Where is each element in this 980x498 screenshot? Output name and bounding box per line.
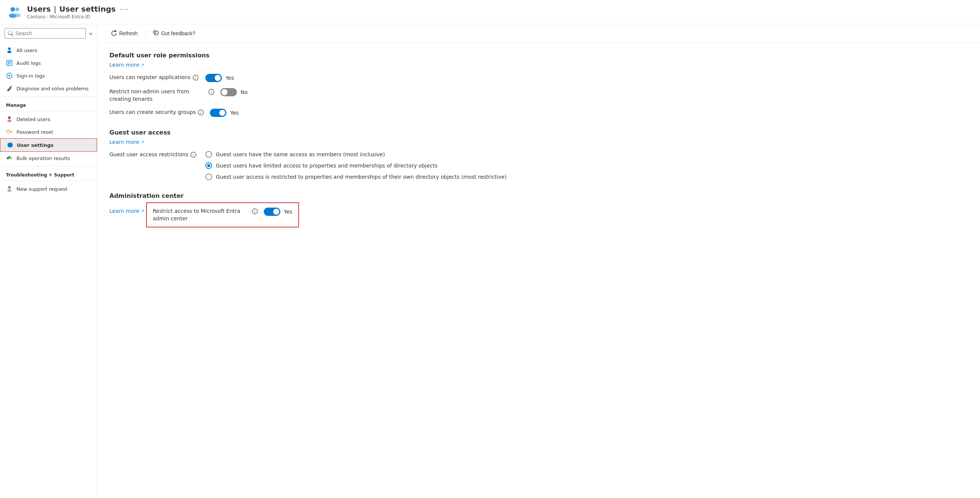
guest-access-radio-group: Guest users have the same access as memb… [205,151,507,180]
register-apps-toggle[interactable] [205,74,222,82]
setting-row-restrict-admin: Restrict access to Microsoft Entra admin… [153,208,293,222]
support-person-icon [6,186,13,192]
sidebar-label-bulk-ops: Bulk operation results [16,156,70,161]
restrict-admin-value: Yes [284,209,293,215]
restrict-tenants-toggle[interactable] [220,88,237,96]
section3-title: Administration center [110,192,968,199]
radio-outer-2 [205,162,212,169]
create-security-info-icon[interactable]: i [198,110,204,115]
sidebar-nav: All users Audit logs Sign-in logs Diagno… [0,42,97,197]
radio-outer-1 [205,151,212,158]
header-title-group: Users | User settings ··· Contoso - Micr… [27,5,129,19]
sidebar-divider-4 [0,181,97,181]
sidebar-item-diagnose[interactable]: Diagnose and solve problems [0,82,97,95]
signin-icon [6,72,13,79]
header-separator: | [54,5,56,13]
search-input[interactable] [15,30,83,37]
page-title: User settings [59,5,115,13]
users-icon [8,5,22,19]
restrict-admin-label: Restrict access to Microsoft Entra admin… [153,208,250,222]
sidebar-divider-3 [0,166,97,166]
external-link-icon-3: ↗ [141,209,144,213]
restrict-tenants-value: No [240,89,248,95]
toolbar-separator [145,29,145,38]
create-security-control: Yes [210,109,239,117]
refresh-button[interactable]: Refresh [107,28,142,38]
svg-text:i: i [211,90,212,94]
radio-option-limited-access[interactable]: Guest users have limited access to prope… [205,162,507,169]
refresh-label: Refresh [119,30,138,37]
person-icon [6,47,13,54]
troubleshoot-section-label: Troubleshooting + Support [0,168,97,179]
sidebar-item-user-settings[interactable]: User settings [0,138,97,152]
restrict-admin-info-icon[interactable]: i [252,208,258,214]
svg-point-0 [11,7,15,12]
register-apps-label: Users can register applications [110,74,190,81]
sidebar-item-password-reset[interactable]: Password reset [0,126,97,138]
svg-point-19 [10,157,12,159]
sidebar-item-signin-logs[interactable]: Sign-in logs [0,69,97,82]
section2-title: Guest user access [110,129,968,136]
section3-learn-more[interactable]: Learn more ↗ [110,208,144,214]
svg-text:i: i [254,210,255,213]
svg-point-20 [8,186,11,189]
wrench-icon [6,85,13,92]
app-subtitle: Contoso - Microsoft Entra ID [27,14,129,19]
settings-icon [6,142,13,148]
refresh-icon [111,30,117,37]
setting-row-guest-access: Guest user access restrictions i Guest u… [110,151,968,180]
radio-label-2: Guest users have limited access to prope… [216,162,438,169]
external-link-icon-2: ↗ [141,140,144,145]
radio-option-most-inclusive[interactable]: Guest users have the same access as memb… [205,151,507,158]
radio-label-1: Guest users have the same access as memb… [216,151,385,158]
main-content: Refresh Got feedback? Default user role … [97,24,980,498]
register-apps-info-icon[interactable]: i [192,75,199,81]
svg-point-13 [7,130,10,133]
restrict-admin-toggle[interactable] [264,208,280,216]
sidebar-collapse-btn[interactable]: « [89,30,92,37]
sidebar-label-new-support: New support request [16,186,67,192]
restrict-admin-control: Yes [264,208,293,216]
radio-label-3: Guest user access is restricted to prope… [216,174,507,180]
sidebar-label-diagnose: Diagnose and solve problems [16,86,88,91]
section1-title: Default user role permissions [110,52,968,59]
create-security-toggle[interactable] [210,109,226,117]
register-apps-control: Yes [205,74,234,82]
sidebar-divider-1 [0,96,97,97]
sidebar-label-user-settings: User settings [17,142,54,148]
content-body: Default user role permissions Learn more… [97,43,980,248]
svg-point-21 [8,189,12,192]
svg-point-1 [15,8,19,11]
sidebar-item-audit-logs[interactable]: Audit logs [0,57,97,69]
header-more[interactable]: ··· [120,5,129,13]
radio-option-most-restrictive[interactable]: Guest user access is restricted to prope… [205,173,507,180]
toolbar: Refresh Got feedback? [97,24,980,43]
svg-point-5 [8,51,12,53]
admin-center-highlight-box: Restrict access to Microsoft Entra admin… [146,202,299,228]
sidebar-item-bulk-ops[interactable]: Bulk operation results [0,152,97,164]
sidebar: « All users Audit logs Sign-in logs Diag… [0,24,97,498]
section-guest-access: Guest user access Learn more ↗ Guest use… [110,129,968,180]
sidebar-item-deleted-users[interactable]: Deleted users [0,113,97,126]
setting-row-register-apps: Users can register applications i Yes [110,74,968,82]
sidebar-item-all-users[interactable]: All users [0,44,97,57]
section1-learn-more[interactable]: Learn more ↗ [110,62,144,68]
sidebar-label-password-reset: Password reset [16,129,53,135]
guest-access-info-icon[interactable]: i [190,152,196,158]
sidebar-label-deleted-users: Deleted users [16,116,50,122]
svg-text:i: i [193,153,194,157]
key-icon [6,129,13,135]
svg-point-3 [14,13,21,17]
sidebar-divider-2 [0,111,97,111]
restrict-tenants-info-icon[interactable]: i [208,89,214,95]
section2-learn-more[interactable]: Learn more ↗ [110,139,144,145]
sidebar-search-box[interactable] [5,28,86,38]
sidebar-item-new-support[interactable]: New support request [0,183,97,195]
feedback-button[interactable]: Got feedback? [148,28,200,38]
app-title: Users [27,5,51,13]
sidebar-search-row: « [0,24,97,42]
app-header: Users | User settings ··· Contoso - Micr… [0,0,980,24]
svg-point-12 [8,119,12,122]
feedback-icon [153,30,159,37]
deleted-icon [6,116,13,123]
